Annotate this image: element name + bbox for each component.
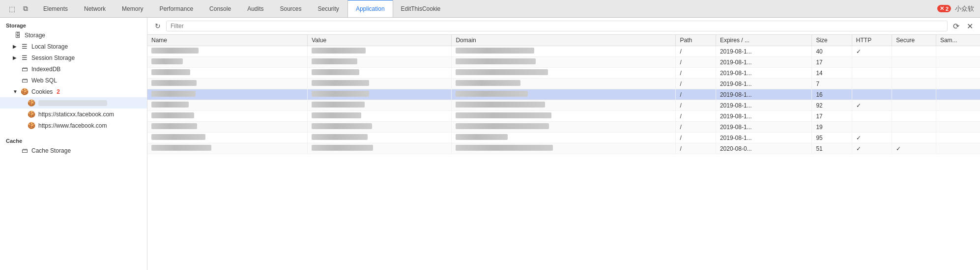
col-header-domain[interactable]: Domain [452, 35, 676, 46]
clear-filter-button[interactable]: ✕ [964, 21, 975, 31]
tab-audits[interactable]: Audits [239, 0, 272, 18]
sidebar-icon: 🗃 [21, 65, 29, 73]
cell-size: 7 [812, 79, 852, 89]
cell-value [308, 68, 452, 79]
table-row[interactable]: /2019-08-1...92✓ [147, 100, 980, 111]
cell-expires: 2020-08-0... [716, 143, 811, 154]
inspect-icon[interactable]: ⧉ [20, 3, 31, 15]
refresh-button[interactable]: ↻ [152, 21, 163, 31]
cell-http [852, 89, 892, 100]
cell-path: / [676, 111, 716, 122]
sidebar-item-web-sql[interactable]: 🗃Web SQL [0, 75, 147, 86]
col-header-path[interactable]: Path [676, 35, 716, 46]
cell-path: / [676, 79, 716, 89]
tab-console[interactable]: Console [202, 0, 239, 18]
cell-size: 40 [812, 46, 852, 57]
misc-label: 小众软 [955, 4, 974, 13]
cell-secure [892, 111, 936, 122]
col-header-http[interactable]: HTTP [852, 35, 892, 46]
cell-http: ✓ [852, 143, 892, 154]
main-layout: Storage 🗄Storage▶☰Local Storage▶☰Session… [0, 18, 980, 270]
cell-value [308, 89, 452, 100]
error-badge[interactable]: ✕ 2 [937, 5, 951, 12]
cell-expires: 2019-08-1... [716, 89, 811, 100]
cell-samesite [936, 68, 980, 79]
col-header-sam[interactable]: Sam... [936, 35, 980, 46]
content-area: ↻ ⟳ ✕ NameValueDomainPathExpires / ...Si… [147, 18, 980, 270]
sidebar-item-indexeddb[interactable]: 🗃IndexedDB [0, 63, 147, 75]
tab-network[interactable]: Network [76, 0, 114, 18]
sidebar: Storage 🗄Storage▶☰Local Storage▶☰Session… [0, 18, 147, 270]
table-row[interactable]: /2019-08-1...7 [147, 79, 980, 89]
table-row[interactable]: /2019-08-1...19 [147, 122, 980, 133]
arrow-icon: ▶ [13, 55, 18, 60]
cell-expires: 2019-08-1... [716, 133, 811, 143]
tab-application[interactable]: Application [347, 0, 393, 17]
cell-value [308, 122, 452, 133]
col-header-expires[interactable]: Expires / ... [716, 35, 811, 46]
cell-value [308, 100, 452, 111]
cell-size: 92 [812, 100, 852, 111]
col-header-secure[interactable]: Secure [892, 35, 936, 46]
cell-samesite [936, 133, 980, 143]
tab-memory[interactable]: Memory [114, 0, 151, 18]
sidebar-icon: 🍪 [28, 110, 35, 118]
table-row[interactable]: /2019-08-1...17 [147, 111, 980, 122]
table-row[interactable]: /2019-08-1...95✓ [147, 133, 980, 143]
sidebar-item-session-storage[interactable]: ▶☰Session Storage [0, 52, 147, 63]
cell-domain [452, 143, 676, 154]
sidebar-item-cookie-blurred[interactable]: 🍪 [0, 97, 147, 108]
table-row[interactable]: /2019-08-1...16 [147, 89, 980, 100]
filter-input[interactable] [166, 21, 948, 31]
col-header-value[interactable]: Value [308, 35, 452, 46]
cell-size: 17 [812, 57, 852, 68]
tab-bar: ⬚ ⧉ ElementsNetworkMemoryPerformanceCons… [0, 0, 980, 18]
cell-http: ✓ [852, 46, 892, 57]
cell-secure [892, 100, 936, 111]
cell-name [147, 133, 308, 143]
cell-value [308, 46, 452, 57]
cell-name [147, 89, 308, 100]
sidebar-item-cookies[interactable]: ▼🍪Cookies2 [0, 86, 147, 97]
table-row[interactable]: /2019-08-1...14 [147, 68, 980, 79]
table-header-row: NameValueDomainPathExpires / ...SizeHTTP… [147, 35, 980, 46]
cell-name [147, 79, 308, 89]
sidebar-items: 🗄Storage▶☰Local Storage▶☰Session Storage… [0, 29, 147, 131]
tab-editthiscookie[interactable]: EditThisCookie [393, 0, 449, 18]
sidebar-item-staticxx-facebook[interactable]: 🍪https://staticxx.facebook.com [0, 108, 147, 120]
cell-samesite [936, 79, 980, 89]
sidebar-label: https://www.facebook.com [38, 122, 107, 129]
tab-elements[interactable]: Elements [35, 0, 76, 18]
cell-domain [452, 57, 676, 68]
cell-path: / [676, 46, 716, 57]
cell-samesite [936, 100, 980, 111]
cell-size: 51 [812, 143, 852, 154]
cell-http [852, 79, 892, 89]
cell-domain [452, 89, 676, 100]
sidebar-item-www-facebook[interactable]: 🍪https://www.facebook.com [0, 120, 147, 131]
tab-icon-group: ⬚ ⧉ [2, 3, 35, 15]
sidebar-item-storage-root[interactable]: 🗄Storage [0, 29, 147, 41]
tab-performance[interactable]: Performance [151, 0, 202, 18]
sidebar-label: Web SQL [31, 77, 57, 84]
col-header-name[interactable]: Name [147, 35, 308, 46]
sidebar-icon: 🗄 [14, 31, 22, 39]
cell-name [147, 46, 308, 57]
refresh-circle-button[interactable]: ⟳ [951, 21, 961, 31]
cache-section-label: Cache [0, 135, 147, 145]
sidebar-item-local-storage[interactable]: ▶☰Local Storage [0, 41, 147, 52]
sidebar-item-cache-storage[interactable]: 🗃Cache Storage [0, 145, 147, 156]
tab-sources[interactable]: Sources [272, 0, 310, 18]
cell-secure [892, 133, 936, 143]
tab-security[interactable]: Security [310, 0, 347, 18]
cell-samesite [936, 111, 980, 122]
table-row[interactable]: /2020-08-0...51✓✓ [147, 143, 980, 154]
cell-name [147, 143, 308, 154]
table-row[interactable]: /2019-08-1...40✓ [147, 46, 980, 57]
sidebar-badge: 2 [57, 88, 60, 95]
cell-path: / [676, 57, 716, 68]
cell-http: ✓ [852, 100, 892, 111]
cursor-icon[interactable]: ⬚ [6, 3, 18, 15]
col-header-size[interactable]: Size [812, 35, 852, 46]
table-row[interactable]: /2019-08-1...17 [147, 57, 980, 68]
